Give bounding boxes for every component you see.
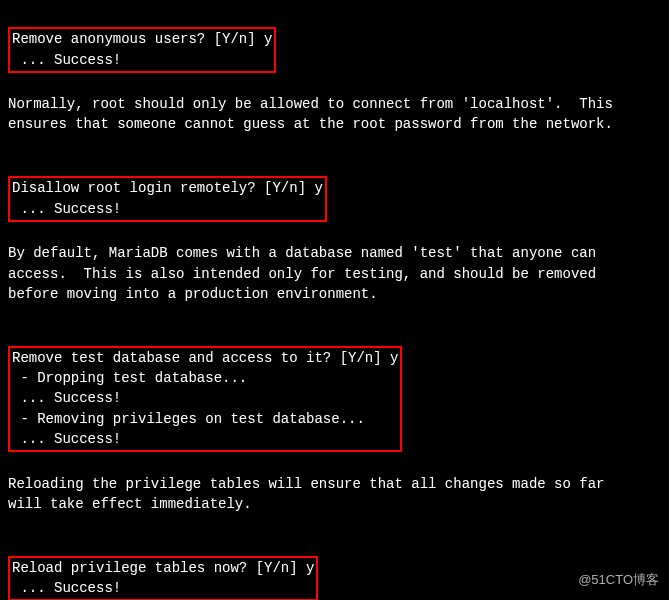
- result-line: ... Success!: [12, 580, 121, 596]
- terminal-output: Remove anonymous users? [Y/n] y ... Succ…: [8, 6, 661, 600]
- step-line: - Dropping test database...: [12, 370, 247, 386]
- prompt-line: Reload privilege tables now? [Y/n] y: [12, 560, 314, 576]
- result-line: ... Success!: [12, 431, 121, 447]
- info-test-database: By default, MariaDB comes with a databas…: [8, 243, 661, 304]
- prompt-disallow-root-remote: Disallow root login remotely? [Y/n] y ..…: [8, 176, 327, 222]
- prompt-line: Disallow root login remotely? [Y/n] y: [12, 180, 323, 196]
- prompt-line: Remove anonymous users? [Y/n] y: [12, 31, 272, 47]
- prompt-remove-test-db: Remove test database and access to it? […: [8, 346, 402, 452]
- info-reloading-privileges: Reloading the privilege tables will ensu…: [8, 474, 661, 515]
- info-root-localhost: Normally, root should only be allowed to…: [8, 94, 661, 135]
- result-line: ... Success!: [12, 52, 121, 68]
- result-line: ... Success!: [12, 201, 121, 217]
- result-line: ... Success!: [12, 390, 121, 406]
- step-line: - Removing privileges on test database..…: [12, 411, 365, 427]
- prompt-line: Remove test database and access to it? […: [12, 350, 398, 366]
- prompt-reload-privileges: Reload privilege tables now? [Y/n] y ...…: [8, 556, 318, 600]
- prompt-remove-anonymous: Remove anonymous users? [Y/n] y ... Succ…: [8, 27, 276, 73]
- watermark-label: @51CTO博客: [578, 571, 659, 590]
